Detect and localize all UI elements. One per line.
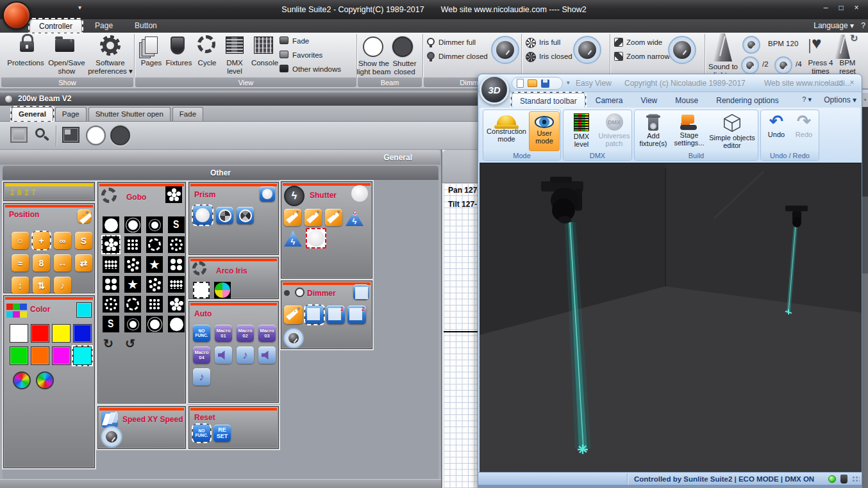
dmx-level-button[interactable]: DMX level: [566, 111, 597, 151]
color-swatch-magenta[interactable]: [52, 346, 71, 365]
other-windows-icon[interactable]: [280, 65, 288, 72]
other-windows-button[interactable]: Other windows: [292, 65, 341, 73]
position-double-ring-icon[interactable]: ∞: [54, 232, 71, 249]
color-swatch-orange[interactable]: [31, 346, 49, 365]
close-button[interactable]: ×: [850, 3, 863, 12]
redo-button[interactable]: ↷ Redo: [791, 111, 817, 151]
arco-iris-rainbow-button[interactable]: [214, 282, 231, 298]
press4-heart-icon[interactable]: ♥: [812, 33, 821, 53]
position-center-beam-icon[interactable]: +: [33, 232, 50, 249]
zoom-wide-button[interactable]: Zoom wide: [626, 38, 662, 46]
quick-access-caret-icon[interactable]: ▾: [78, 4, 81, 11]
auto-macro-03-button[interactable]: Macro 03: [258, 325, 276, 342]
shutter-closed-icon[interactable]: [392, 37, 413, 57]
gobo-dot-scatter-icon[interactable]: [124, 256, 141, 273]
search-icon[interactable]: [35, 128, 45, 138]
gobo-circle-small-icon[interactable]: [146, 216, 163, 233]
console-button[interactable]: Console: [246, 59, 283, 67]
prism-3-facet-button[interactable]: [216, 207, 233, 224]
gobo-dot-rows-icon[interactable]: [103, 256, 119, 273]
color-wheel-ccw-icon[interactable]: [36, 371, 54, 389]
iris-knob[interactable]: [573, 36, 601, 64]
ribbon-tab[interactable]: Page: [86, 19, 122, 33]
stage-settings-button[interactable]: Stage settings...: [671, 111, 707, 151]
add-fixtures-button[interactable]: Add fixture(s): [637, 111, 670, 151]
position-tilt-double-icon[interactable]: ⇅: [33, 277, 50, 294]
minimize-button[interactable]: –: [819, 3, 832, 12]
position-tilt-sweep-icon[interactable]: ↕: [12, 277, 29, 294]
position-circle-icon[interactable]: ○: [12, 232, 29, 249]
gobo-dot-ring-icon[interactable]: [103, 296, 119, 313]
easy-view-minimize-button[interactable]: –: [821, 78, 832, 87]
auto-macro-01-button[interactable]: Macro 01: [215, 325, 232, 342]
beam-window-tab[interactable]: Shutter Shutter open: [88, 107, 171, 121]
easy-view-help[interactable]: ? ▾: [802, 95, 812, 104]
ribbon-tab[interactable]: Button: [126, 19, 166, 33]
color-swatch-blue[interactable]: [73, 324, 92, 343]
shutter-beam-1-button[interactable]: [284, 209, 301, 226]
zoom-narrow-icon[interactable]: [614, 52, 623, 61]
preferences-gear-icon[interactable]: [100, 35, 121, 56]
color-swatch-cyan[interactable]: [73, 346, 92, 365]
shutter-closed-button[interactable]: Shutter closed: [388, 60, 421, 76]
easy-view-close-button[interactable]: ×: [846, 78, 858, 87]
beam-window-tab[interactable]: General: [12, 107, 53, 121]
gobo-flower-icon[interactable]: [103, 236, 119, 253]
gobo-broken-ring-icon[interactable]: [146, 236, 163, 253]
gobo-circle-icon[interactable]: [124, 216, 141, 233]
position-pan-double-icon[interactable]: ⇄: [75, 254, 92, 272]
gobo-dot-rows-icon[interactable]: [168, 276, 185, 293]
dimmer-knob[interactable]: [491, 36, 519, 64]
console-icon[interactable]: [254, 37, 273, 54]
auto-macro-02-button[interactable]: Macro 02: [237, 325, 254, 342]
shutter-beam-2-button[interactable]: [305, 209, 322, 226]
easy-view-options-menu[interactable]: Options ▾: [824, 95, 856, 104]
init-panel[interactable]: INIT: [3, 182, 95, 201]
auto-no-function-button[interactable]: NO FUNC.: [193, 325, 210, 342]
dimmer-full-button[interactable]: Dimmer full: [438, 38, 476, 46]
auto-macro-04-button[interactable]: Macro 04: [193, 346, 210, 364]
help-button[interactable]: ?: [861, 21, 865, 30]
gobo-four-dots-icon[interactable]: [103, 276, 119, 293]
position-wave-icon[interactable]: ≈: [12, 254, 29, 272]
gobo-open-icon[interactable]: [168, 316, 185, 332]
beam-window-tab[interactable]: Page: [55, 107, 87, 121]
gobo-broken-ring-icon[interactable]: [124, 296, 141, 313]
gobo-dot-ring-icon[interactable]: [168, 236, 185, 253]
3d-viewport[interactable]: [480, 163, 862, 472]
dimmer-closed-button[interactable]: Dimmer closed: [438, 53, 488, 60]
position-pan-sweep-icon[interactable]: ↔: [54, 254, 71, 272]
shutter-strobe-button[interactable]: ϟ: [284, 231, 302, 247]
color-swatch-yellow[interactable]: [52, 324, 71, 343]
bpm-reset-button[interactable]: BPM reset: [833, 59, 862, 76]
fade-button[interactable]: Fade: [292, 37, 309, 45]
reset-no-function-button[interactable]: NO FUNC.: [193, 425, 210, 442]
gobo-dot-matrix-icon[interactable]: [124, 236, 141, 253]
color-wheel-cw-icon[interactable]: [13, 371, 31, 389]
new-document-icon[interactable]: [517, 79, 524, 88]
panel-view-icon[interactable]: [10, 127, 28, 143]
easy-view-3d-logo[interactable]: 3D: [480, 75, 509, 104]
cycle-icon[interactable]: [197, 35, 215, 53]
beam-window-titlebar[interactable]: 200w Beam V2: [0, 92, 478, 106]
language-menu[interactable]: Language ▾: [814, 21, 854, 30]
zoom-knob[interactable]: [668, 36, 696, 64]
open-save-show-button[interactable]: Open/Save show: [45, 59, 88, 76]
color-swatch-white[interactable]: [10, 324, 28, 343]
easy-view-tab[interactable]: View: [633, 93, 665, 108]
dimmer-orange-beam-button[interactable]: [284, 305, 303, 324]
protections-lock-icon[interactable]: [20, 41, 34, 52]
bpm-knob[interactable]: [742, 36, 760, 54]
auto-music-button[interactable]: [193, 368, 210, 386]
beam-open-circle-button[interactable]: [86, 126, 106, 145]
status-fixture-icon[interactable]: [840, 475, 847, 484]
favorites-button[interactable]: Favorites: [292, 51, 322, 59]
gobo-four-dots-icon[interactable]: [168, 256, 185, 273]
beam-window-tab[interactable]: Fade: [172, 107, 203, 121]
easy-view-tab[interactable]: Camera: [588, 93, 631, 108]
easy-view-tab[interactable]: Standard toolbar: [512, 93, 585, 108]
arco-iris-off-button[interactable]: [193, 282, 210, 298]
iris-full-icon[interactable]: [526, 38, 536, 48]
easy-view-tab[interactable]: Rendering options: [708, 93, 786, 108]
software-preferences-button[interactable]: Software preferences ▾: [86, 59, 135, 76]
